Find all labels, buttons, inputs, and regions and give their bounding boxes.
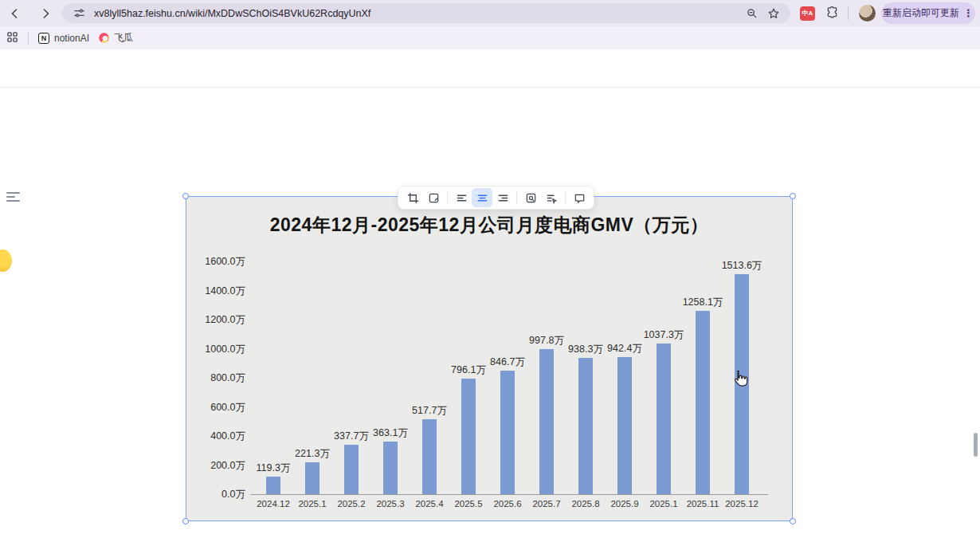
url-text[interactable]: xv8lyll5haz.feishu.cn/wiki/MxDDwSChOiS4B…: [94, 8, 743, 19]
bar-value-label: 1037.3万: [630, 328, 697, 342]
y-axis-tick-label: 1600.0万: [186, 255, 245, 269]
x-axis-tick-label: 2025.1: [641, 499, 686, 509]
feishu-header: 湖南向前一步企业管理有限公司 › 龙渊 › 2026千亿商机分享会 外部 已经保…: [0, 49, 980, 88]
y-axis-tick-label: 400.0万: [186, 430, 245, 443]
address-bar[interactable]: xv8lyll5haz.feishu.cn/wiki/MxDDwSChOiS4B…: [62, 3, 790, 23]
gmv-bar: [696, 311, 710, 494]
x-axis-tick-label: 2025.7: [524, 499, 569, 509]
gmv-chart-image[interactable]: 2024年12月-2025年12月公司月度电商GMV（万元） 0.0万200.0…: [186, 197, 792, 520]
toolbar-divider: [848, 6, 849, 20]
bar-value-label: 1258.1万: [669, 296, 736, 309]
gmv-bar: [617, 357, 632, 494]
copy-link-icon[interactable]: [520, 188, 541, 207]
x-axis-tick-label: 2025.11: [680, 499, 725, 509]
move-to-icon[interactable]: [541, 188, 562, 207]
x-axis-tick-label: 2025.9: [602, 499, 647, 509]
align-right-icon[interactable]: [492, 188, 513, 207]
bookmark-label: notionAI: [54, 33, 89, 44]
x-axis-tick-label: 2024.12: [251, 499, 296, 509]
y-axis-tick-label: 1200.0万: [186, 313, 245, 327]
feigua-icon: [99, 33, 109, 43]
browser-profile-avatar[interactable]: [859, 5, 876, 22]
gmv-bar: [578, 358, 593, 494]
x-axis-tick-label: 2025.6: [485, 499, 530, 509]
gmv-bar: [500, 371, 515, 494]
apps-grid-icon[interactable]: [6, 31, 18, 45]
bookmarks-bar: N notionAI 飞瓜 所有书签: [0, 26, 980, 49]
bar-value-label: 1513.6万: [708, 259, 775, 273]
resize-handle-bl[interactable]: [182, 518, 189, 524]
floating-widget-partial[interactable]: [0, 249, 12, 272]
x-axis-tick-label: 2025.2: [329, 499, 374, 509]
y-axis-tick-label: 200.0万: [186, 459, 245, 473]
align-left-icon[interactable]: [451, 188, 472, 207]
gmv-bar: [266, 477, 280, 494]
extensions-icon[interactable]: [825, 6, 839, 22]
y-axis-tick-label: 800.0万: [186, 371, 245, 385]
browser-toolbar: xv8lyll5haz.feishu.cn/wiki/MxDDwSChOiS4B…: [0, 0, 980, 26]
y-axis-tick-label: 0.0万: [186, 488, 245, 501]
gmv-bar: [383, 442, 398, 494]
x-axis-tick-label: 2025.5: [446, 499, 491, 509]
update-label: 重新启动即可更新: [883, 6, 959, 20]
y-axis-tick-label: 1000.0万: [186, 343, 245, 356]
mouse-cursor: [731, 369, 749, 388]
resize-handle-br[interactable]: [790, 518, 796, 524]
gmv-bar: [422, 419, 437, 494]
resize-handle-tl[interactable]: [182, 193, 189, 199]
bookmark-label: 飞瓜: [114, 31, 133, 45]
resize-handle-tr[interactable]: [790, 193, 796, 199]
bar-value-label: 221.3万: [279, 447, 346, 461]
crop-icon[interactable]: [402, 188, 423, 207]
toolbar-separator: [565, 191, 566, 204]
zoom-icon[interactable]: [743, 5, 760, 22]
translate-extension-icon[interactable]: 中A: [800, 6, 815, 21]
browser-menu-icon[interactable]: ⋮: [963, 7, 974, 19]
gmv-bar: [344, 445, 359, 494]
bar-value-label: 942.4万: [591, 342, 658, 355]
bookmark-star-icon[interactable]: [765, 5, 782, 22]
bar-value-label: 846.7万: [474, 355, 541, 369]
x-axis-tick-label: 2025.3: [368, 499, 413, 509]
restart-update-button[interactable]: 重新启动即可更新 ⋮: [881, 2, 975, 24]
forward-icon[interactable]: [35, 3, 57, 24]
x-axis-tick-label: 2025.12: [719, 499, 764, 509]
x-axis-tick-label: 2025.1: [290, 499, 335, 509]
y-axis-tick-label: 600.0万: [186, 401, 245, 414]
bar-value-label: 119.3万: [240, 461, 307, 475]
gmv-bar: [305, 462, 319, 494]
gmv-bar: [461, 379, 476, 494]
bookmark-notionai[interactable]: N notionAI: [38, 33, 89, 44]
image-toolbar: [398, 186, 594, 210]
document-canvas: 2024年12月-2025年12月公司月度电商GMV（万元） 0.0万200.0…: [0, 88, 980, 542]
outline-toggle-icon[interactable]: [6, 190, 20, 204]
y-axis-tick-label: 1400.0万: [186, 285, 245, 298]
toolbar-separator: [447, 191, 448, 204]
x-axis-tick-label: 2025.4: [407, 499, 452, 509]
toolbar-separator: [516, 191, 517, 204]
align-center-icon[interactable]: [472, 188, 492, 207]
site-controls-icon[interactable]: [70, 5, 88, 22]
gmv-bar: [657, 344, 671, 494]
comment-icon[interactable]: [569, 188, 590, 207]
chart-title: 2024年12月-2025年12月公司月度电商GMV（万元）: [186, 213, 792, 238]
bookmarks-divider: [28, 32, 29, 45]
notion-icon: N: [38, 33, 49, 44]
scrollbar-thumb[interactable]: [974, 433, 978, 457]
x-axis-line: [250, 494, 768, 495]
bookmark-feigua[interactable]: 飞瓜: [99, 31, 133, 45]
bar-value-label: 363.1万: [357, 426, 424, 440]
bar-value-label: 517.7万: [396, 404, 463, 418]
annotate-icon[interactable]: [423, 188, 444, 207]
back-icon[interactable]: [3, 3, 25, 24]
gmv-bar: [539, 349, 554, 494]
x-axis-tick-label: 2025.8: [563, 499, 608, 509]
